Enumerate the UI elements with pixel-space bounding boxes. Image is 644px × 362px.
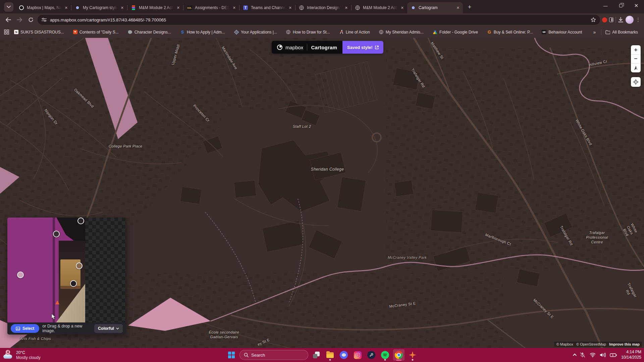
address-bar[interactable]: apps.mapbox.com/cartogram/#15.87/43.4684… (38, 15, 600, 25)
tray-expand-icon[interactable] (573, 354, 577, 357)
tab-close-icon[interactable]: ✕ (288, 5, 292, 11)
geolocate-button[interactable] (631, 77, 641, 87)
minimize-button[interactable]: — (598, 0, 613, 11)
color-sample-point[interactable] (17, 272, 24, 278)
tab-close-icon[interactable]: ✕ (456, 5, 460, 11)
image-dropzone[interactable] (7, 218, 126, 322)
map-label: Arts Fish & Chips (20, 337, 51, 341)
tab-figma-module[interactable]: M&M Module 2 Activity 1 ✕ (127, 2, 183, 13)
mic-muted-icon[interactable] (580, 352, 586, 358)
bookmark-character-designs[interactable]: Character Designs... (128, 30, 171, 35)
menu-kebab-icon[interactable]: ⋮ (636, 17, 641, 23)
close-button[interactable]: ✕ (629, 0, 644, 11)
bookmark-your-applications[interactable]: Your Applications |... (234, 30, 277, 35)
external-link-icon (375, 46, 379, 49)
chevron-down-icon (116, 327, 119, 329)
map-label: Trafalgar Professional Centre (586, 231, 608, 244)
discord-icon (340, 351, 348, 359)
bookmark-how-to-draw[interactable]: How to Draw for St... (286, 30, 330, 35)
bookmark-suki[interactable]: NSUKI'S DISASTROUS... (14, 30, 64, 35)
bookmark-line-of-action[interactable]: Line of Action (339, 30, 370, 35)
apps-grid-icon[interactable] (4, 29, 9, 35)
discord-button[interactable] (338, 349, 350, 361)
tab-close-icon[interactable]: ✕ (344, 5, 348, 11)
tab-close-icon[interactable]: ✕ (176, 5, 180, 11)
bookmark-star-icon[interactable] (591, 17, 596, 22)
tab-label: My Cartogram style | Map (83, 5, 117, 10)
tab-label: Teams and Channels | Gen (251, 5, 285, 10)
tab-assignments[interactable]: D2L Assignments - DESN2742 ✕ (183, 2, 239, 13)
volume-icon[interactable] (600, 353, 606, 357)
tab-label: Mapbox | Maps, Navigatio (27, 5, 61, 10)
reload-icon (28, 17, 34, 22)
file-explorer-button[interactable] (324, 349, 336, 361)
style-dropdown[interactable]: Colorful (94, 324, 123, 333)
tab-cartogram-style[interactable]: My Cartogram style | Map ✕ (71, 2, 127, 13)
color-sample-point[interactable] (77, 218, 84, 224)
saved-style-button[interactable]: Saved style! (342, 41, 383, 54)
attrib-improve-link[interactable]: Improve this map (609, 342, 640, 346)
instagram-button[interactable] (352, 349, 363, 361)
task-view-button[interactable] (311, 349, 322, 361)
mapbox-cartogram-brand[interactable]: mapbox Cartogram (272, 41, 342, 54)
search-icon (244, 353, 249, 357)
zoom-in-button[interactable]: + (631, 45, 641, 54)
spotify-button[interactable] (379, 349, 391, 361)
be-icon: bE (542, 30, 546, 35)
bookmarks-overflow-button[interactable]: » (593, 29, 596, 35)
weather-cloud-icon: 4 (3, 351, 13, 359)
taskbar-search[interactable]: Search (239, 350, 308, 360)
date: 10/14/2025 (621, 355, 641, 360)
weather-widget[interactable]: 4 20°C Mostly cloudy (3, 350, 41, 360)
compass-button[interactable] (631, 63, 641, 72)
color-sample-point[interactable] (53, 231, 60, 237)
bookmark-how-to-apply[interactable]: SHow to Apply | Adm... (180, 30, 225, 35)
downloads-icon[interactable] (618, 17, 624, 23)
taskbar-center: Search (226, 349, 418, 361)
tab-close-icon[interactable]: ✕ (120, 5, 124, 11)
task-view-icon (313, 352, 320, 358)
extension-adblock-icon[interactable] (602, 17, 607, 22)
zoom-out-button[interactable]: − (631, 54, 641, 63)
attrib-osm-link[interactable]: © OpenStreetMap (576, 342, 606, 346)
tab-close-icon[interactable]: ✕ (400, 5, 405, 11)
tab-cartogram-active[interactable]: Cartogram ✕ (407, 2, 463, 13)
map-canvas[interactable]: Upper Middl Martindale Ave Matthew St Tr… (0, 38, 644, 348)
side-panel-icon[interactable] (609, 17, 613, 22)
forward-button[interactable] (15, 15, 24, 24)
reload-button[interactable] (26, 15, 36, 24)
steam-button[interactable] (366, 349, 377, 361)
d2l-favicon-icon: D2L (187, 5, 192, 10)
all-bookmarks-button[interactable]: All Bookmarks (605, 30, 638, 35)
tab-mm-module[interactable]: M&M Module 2 Activity 1 ✕ (352, 2, 407, 13)
map-label: College Park Place (109, 144, 143, 149)
color-sample-point[interactable] (76, 262, 83, 269)
new-tab-button[interactable]: + (465, 2, 474, 12)
tab-search-button[interactable] (4, 2, 13, 12)
wifi-icon[interactable] (590, 353, 596, 357)
restore-button[interactable] (613, 0, 629, 11)
battery-charging-icon[interactable] (610, 353, 617, 357)
bookmark-behaviour[interactable]: bEBehaviour Account (542, 30, 582, 35)
attrib-mapbox-link[interactable]: © Mapbox (556, 342, 573, 346)
mapbox-favicon-icon (19, 5, 24, 10)
start-button[interactable] (226, 349, 237, 361)
profile-avatar[interactable] (626, 16, 634, 24)
tab-close-icon[interactable]: ✕ (64, 5, 68, 11)
back-button[interactable] (3, 15, 13, 24)
color-sample-point[interactable] (70, 280, 77, 287)
bookmark-daily[interactable]: Contents of "Daily S... (73, 30, 119, 35)
tab-close-icon[interactable]: ✕ (232, 5, 236, 11)
windows-logo-icon (228, 352, 235, 358)
tab-mapbox[interactable]: Mapbox | Maps, Navigatio ✕ (15, 2, 71, 13)
spotify-icon (381, 351, 389, 359)
spark-app-button[interactable] (407, 349, 418, 361)
chrome-button[interactable] (393, 349, 405, 361)
tab-teams[interactable]: T Teams and Channels | Gen ✕ (239, 2, 295, 13)
select-image-button[interactable]: Select (11, 324, 39, 333)
bookmark-buy-sell[interactable]: GBuy & Sell Online: P... (487, 30, 533, 35)
clock-widget[interactable]: 4:14 PM 10/14/2025 (621, 350, 641, 360)
bookmark-google-drive[interactable]: Folder - Google Drive (433, 30, 478, 35)
tab-interaction-design[interactable]: Interaction Design Week 6 ✕ (296, 2, 351, 13)
bookmark-my-sheridan[interactable]: My Sheridan Admis... (379, 30, 424, 35)
